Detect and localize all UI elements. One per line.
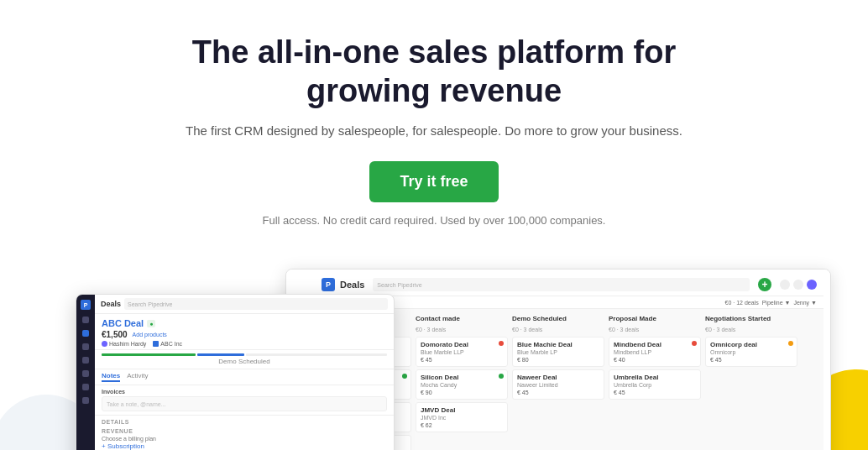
kanban-search[interactable]: Search Pipedrive <box>373 278 750 291</box>
tab-activity[interactable]: Activity <box>127 372 148 382</box>
hero-subtitle: The first CRM designed by salespeople, f… <box>17 123 851 138</box>
screenshots-container: P Deals Search Pipedrive + <box>0 269 868 450</box>
deal-add-products[interactable]: Add products <box>133 332 167 338</box>
hero-section: The all-in-one sales platform for growin… <box>0 0 868 269</box>
company-icon <box>153 341 159 347</box>
revenue-heading: REVENUE <box>102 428 387 434</box>
billing-subscription[interactable]: + Subscription <box>102 442 387 450</box>
invoices-label: Invoices <box>102 389 387 395</box>
owner-avatar <box>102 341 107 347</box>
kanban-column-demo: Demo Scheduled €0 · 3 deals Blue Machie … <box>512 313 604 450</box>
progress-blue <box>197 353 244 356</box>
hero-title: The all-in-one sales platform for growin… <box>161 34 707 110</box>
kanban-title: Deals <box>340 280 364 290</box>
access-note: Full access. No credit card required. Us… <box>17 214 851 227</box>
sidebar-icon-5[interactable] <box>82 370 89 377</box>
deal-title-bar: Deals <box>101 300 121 308</box>
deal-detail-screenshot: P Deals Search Pipedrive <box>76 294 395 450</box>
crm-search-bar[interactable]: Search Pipedrive <box>124 298 388 310</box>
kanban-column-proposal: Proposal Made €0 · 3 deals Mindbend Deal… <box>609 313 701 450</box>
sidebar-icon-7[interactable] <box>82 397 89 404</box>
card-status-dot <box>499 341 504 346</box>
stage-label: Demo Scheduled <box>102 358 387 365</box>
deal-name: ABC Deal <box>102 318 144 328</box>
details-heading: DETAILS <box>102 419 387 425</box>
sidebar-icon-1[interactable] <box>82 317 89 323</box>
kanban-add-button[interactable]: + <box>758 278 771 291</box>
deal-status-badge: ● <box>147 320 155 327</box>
crm-logo: P <box>81 300 91 310</box>
kanban-card[interactable]: Umbrella Deal Umbrella Corp € 45 <box>609 369 701 400</box>
kanban-logo: P <box>322 278 335 291</box>
kanban-column-contact: Contact made €0 · 3 deals Domorato Deal … <box>416 313 508 450</box>
crm-main: Deals Search Pipedrive ABC Deal ● €1,500… <box>95 295 394 450</box>
sidebar-icon-2[interactable] <box>82 330 89 337</box>
kanban-icon-help[interactable] <box>780 280 790 290</box>
billing-label: Choose a billing plan <box>102 436 387 442</box>
kanban-card[interactable]: Naweer Deal Naweer Limited € 45 <box>512 369 604 400</box>
card-status-dot <box>499 374 504 379</box>
kanban-avatar[interactable] <box>807 280 817 290</box>
progress-empty <box>246 353 387 356</box>
sidebar-icon-3[interactable] <box>82 343 89 350</box>
cta-button[interactable]: Try it free <box>369 161 498 202</box>
deal-value: €1,500 <box>102 330 128 339</box>
kanban-card[interactable]: Blue Machie Deal Blue Marble LP € 80 <box>512 337 604 367</box>
progress-green <box>102 353 196 356</box>
kanban-column-negotiations: Negotiations Started €0 · 3 deals Omnico… <box>705 313 797 450</box>
kanban-card[interactable]: Mindbend Deal Mindbend LLP € 40 <box>609 337 701 367</box>
card-status-dot <box>788 341 793 346</box>
sidebar-icon-6[interactable] <box>82 384 89 390</box>
kanban-card[interactable]: Silicon Deal Mocha Candy € 90 <box>416 369 508 400</box>
crm-sidebar: P <box>76 295 95 450</box>
card-status-dot <box>402 374 407 379</box>
deal-company: ABC Inc <box>153 341 182 347</box>
sidebar-icon-4[interactable] <box>82 357 89 364</box>
kanban-card[interactable]: JMVD Deal JMVD Inc € 62 <box>416 402 508 432</box>
kanban-card[interactable]: Omnicorp deal Omnicorp € 45 <box>705 337 797 367</box>
deal-owner: Hashim Hardy <box>102 341 146 347</box>
card-status-dot <box>692 341 697 346</box>
kanban-card[interactable]: Domorato Deal Blue Marble LLP € 45 <box>416 337 508 367</box>
tab-notes[interactable]: Notes <box>102 372 120 382</box>
kanban-icon-notify[interactable] <box>793 280 803 290</box>
note-input[interactable]: Take a note, @name... <box>102 396 387 411</box>
